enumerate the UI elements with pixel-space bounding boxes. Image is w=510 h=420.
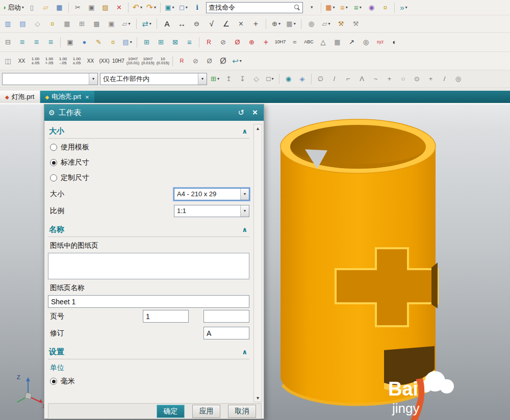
radio-millimeters[interactable]: 毫米 (48, 374, 249, 389)
snap-midpoint-button[interactable]: Λ (356, 73, 368, 85)
fit-10h7-value-button[interactable]: 10H7(10.01) (126, 55, 139, 67)
key3-button[interactable]: ¤ (107, 36, 119, 48)
zoom-out-button[interactable]: ⊖ (191, 18, 202, 30)
snap-intersection-button[interactable]: + (384, 73, 395, 85)
split-pane-button[interactable]: ▤ (17, 18, 29, 30)
snap-line-button[interactable]: / (328, 73, 340, 85)
page-number-input[interactable] (143, 310, 189, 323)
angle-button[interactable]: ∠ (220, 18, 232, 30)
revision-input[interactable] (203, 327, 249, 339)
fit-tolerance-button[interactable]: 10H7 (274, 36, 286, 48)
target2-button[interactable]: ◎ (360, 36, 372, 48)
table2-button[interactable]: ⊞ (155, 36, 167, 48)
selection-scope-dropdown[interactable]: 仅在工作部件内 ▾ (100, 73, 207, 85)
sheet-list-box[interactable] (48, 253, 249, 279)
snap-center-button[interactable]: ⊙ (411, 73, 423, 85)
dropdown-arrow-icon[interactable]: ▾ (240, 189, 249, 200)
window-pane-button[interactable]: ▥ (2, 18, 14, 30)
more-commands-button[interactable]: »▾ (398, 2, 410, 14)
note-button[interactable]: ▱▾ (320, 18, 332, 30)
tab-dengpao-prt[interactable]: ◆ 灯泡.prt (0, 91, 40, 103)
fit-10h7-button[interactable]: 10H7 (112, 55, 124, 67)
dropdown-arrow-icon[interactable]: ▾ (240, 205, 249, 217)
section-view-button[interactable]: ▩ (91, 18, 103, 30)
ok-button[interactable]: 确定 (157, 405, 185, 418)
copy-button[interactable]: ▣ (86, 2, 97, 14)
snap-target-button[interactable]: ◎ (452, 73, 464, 85)
bom-list-button[interactable]: ≡ (184, 36, 195, 48)
undo-button[interactable]: ↶▾ (132, 2, 143, 14)
xyz-axes-button[interactable]: xyz (374, 36, 386, 48)
reset-icon[interactable]: ↺ (238, 108, 244, 117)
dim-reference-button[interactable]: (XX) (98, 55, 110, 67)
new-file-button[interactable]: ▯ (26, 2, 38, 14)
slope-arrow-button[interactable]: ↗ (346, 36, 358, 48)
export-sheet-button[interactable]: ▱▾ (120, 18, 132, 30)
radius-dim-button[interactable]: R (203, 36, 215, 48)
save-button[interactable]: ▦ (54, 2, 65, 14)
layer-stack2-button[interactable]: ≡ (31, 36, 42, 48)
view-style-button[interactable]: ◻▾ (177, 2, 189, 14)
close-tool-button[interactable]: × (235, 18, 247, 30)
fit-10h7-tol-button[interactable]: 10H7(0.015) (141, 55, 154, 67)
sqrt-button[interactable]: √ (206, 18, 217, 30)
text-button[interactable]: A (161, 18, 173, 30)
cut-button[interactable]: ✂ (72, 2, 84, 14)
section-header-size[interactable]: 大小 ∧ (48, 124, 249, 139)
size-dropdown[interactable]: A4 - 210 x 29 ▾ (174, 188, 249, 200)
sphere-button[interactable]: ● (79, 36, 90, 48)
snap-endpoint-button[interactable]: ∅ (315, 73, 326, 85)
datum-grid-button[interactable]: ▦▾ (324, 2, 336, 14)
start-menu-button[interactable]: ◑启动▾ (2, 2, 24, 14)
tol-bilateral-button[interactable]: 1.00±.05 (30, 55, 41, 67)
grid2-button[interactable]: ▦ (332, 36, 343, 48)
shape-button[interactable]: ◇ (32, 18, 43, 30)
dropdown-arrow-icon[interactable]: ▾ (198, 73, 207, 85)
dim-xx2-button[interactable]: XX (85, 55, 96, 67)
capture-button[interactable]: ▣ (106, 18, 117, 30)
render-style-button[interactable]: ◉ (366, 2, 377, 14)
cube-select-button[interactable]: ◈ (296, 73, 308, 85)
scale-dropdown[interactable]: 1:1 ▾ (174, 205, 249, 217)
radio-use-template[interactable]: 使用模板 (48, 140, 249, 155)
snap-circle-button[interactable]: ○ (397, 73, 409, 85)
page-secondary-input[interactable] (203, 310, 249, 323)
pin-button[interactable]: ⊟ (2, 36, 14, 48)
tol-upper-button[interactable]: 1.00+.05 (43, 55, 55, 67)
cancel-button[interactable]: 取消 (228, 405, 256, 418)
tool-machine-button[interactable]: ⚒ (350, 18, 362, 30)
close-icon[interactable]: × (252, 108, 258, 118)
sheet-view-button[interactable]: ▤▾ (121, 36, 133, 48)
radio-standard-size[interactable]: 标准尺寸 (48, 155, 249, 170)
paste-button[interactable]: ▨ (99, 2, 111, 14)
monitor-button[interactable]: ▣ (64, 36, 76, 48)
section-header-name[interactable]: 名称 ∧ (48, 222, 249, 237)
dialog-titlebar[interactable]: ⚙ 工作表 ↺ × (44, 104, 264, 121)
info-button[interactable]: ℹ (191, 2, 203, 14)
collapse-icon[interactable]: ∧ (242, 348, 247, 356)
weld-symbol-button[interactable]: ≈ (289, 36, 300, 48)
dropdown-arrow-icon[interactable]: ▾ (89, 73, 97, 85)
scroll-down-icon[interactable]: ▾ (254, 395, 262, 401)
datum-plane-button[interactable]: ⊞ (76, 18, 88, 30)
tool-hammer-button[interactable]: ⚒ (335, 18, 347, 30)
centermark-button[interactable]: ⊕ (246, 36, 258, 48)
table-edit-button[interactable]: ⊠ (169, 36, 181, 48)
grid-button[interactable]: ▦ (61, 18, 73, 30)
red-dim-style-button[interactable]: R (176, 55, 188, 67)
crosshair-button[interactable]: + (260, 36, 272, 48)
key2-button[interactable]: ¤ (46, 18, 58, 30)
plus-tool-button[interactable]: + (250, 18, 262, 30)
apply-button[interactable]: 应用 (192, 405, 220, 418)
ghost-shape-button[interactable]: ◇ (250, 73, 262, 85)
move-down-button[interactable]: ↧ (237, 73, 248, 85)
coordinate-triad[interactable]: Z X (13, 373, 48, 409)
fit-10-tol-button[interactable]: 10(0.015) (157, 55, 169, 67)
tab-dianchike-prt[interactable]: ◆ 电池壳.prt × (40, 91, 94, 103)
layer-settings-button[interactable]: ≡▾ (338, 2, 350, 14)
return-button[interactable]: ↩▾ (231, 55, 243, 67)
open-file-button[interactable]: ▱ (40, 2, 52, 14)
collapse-icon[interactable]: ∧ (242, 226, 247, 233)
tab-close-icon[interactable]: × (85, 93, 89, 101)
dia-symbol-button[interactable]: Ø (203, 55, 215, 67)
